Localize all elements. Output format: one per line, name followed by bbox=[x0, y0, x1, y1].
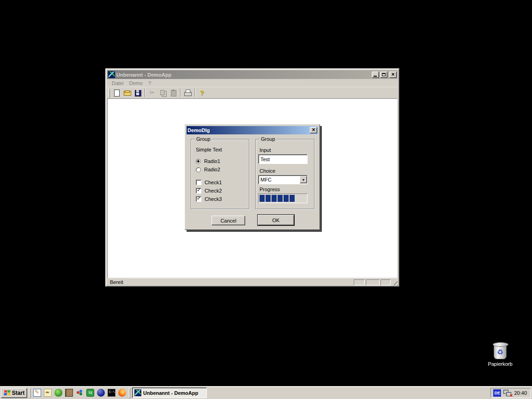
command-prompt-icon[interactable] bbox=[108, 389, 115, 397]
resize-grip[interactable] bbox=[392, 279, 398, 285]
task-button-label: Unbenannt - DemoApp bbox=[143, 390, 198, 396]
start-button[interactable]: Start bbox=[1, 388, 27, 398]
combo-dropdown-button[interactable]: ▼ bbox=[300, 176, 307, 183]
recycle-bin[interactable]: ♻ Papierkorb bbox=[485, 344, 515, 367]
help-question-icon bbox=[198, 89, 206, 97]
toolbar-save-floppy-button[interactable] bbox=[133, 88, 143, 98]
new-document-icon bbox=[113, 89, 121, 97]
maximize-icon bbox=[382, 73, 386, 76]
checkbox-icon bbox=[196, 196, 201, 202]
start-label: Start bbox=[12, 390, 24, 396]
minimize-icon bbox=[374, 76, 377, 77]
toolbar-separator bbox=[180, 89, 181, 97]
blue-globe-icon[interactable] bbox=[97, 389, 105, 397]
menu-item-demo[interactable]: Demo bbox=[127, 80, 145, 86]
radio-icon bbox=[196, 167, 201, 172]
menu-item-help[interactable]: ? bbox=[145, 80, 154, 86]
input-field[interactable]: Test bbox=[258, 154, 308, 164]
ok-button[interactable]: OK bbox=[258, 215, 294, 225]
checkbox-icon bbox=[196, 180, 201, 185]
progress-segment bbox=[284, 195, 289, 202]
radio-icon bbox=[196, 159, 201, 164]
taskbar: Start Unbenannt - DemoApp DE × 20:40 bbox=[0, 386, 532, 399]
language-indicator[interactable]: DE bbox=[493, 389, 501, 397]
status-bar: Bereit bbox=[107, 278, 398, 286]
menu-bar: DateiDemo? bbox=[107, 79, 398, 87]
cancel-button[interactable]: Cancel bbox=[212, 216, 245, 225]
save-floppy-icon bbox=[134, 89, 142, 97]
toolbar-copy-pages-button[interactable] bbox=[157, 88, 168, 98]
taskbar-divider bbox=[29, 388, 30, 398]
combo-value: MFC bbox=[260, 177, 272, 182]
toolbar-separator bbox=[145, 89, 145, 97]
group-box-left: Group Simple Text Radio1Radio2 Check1Che… bbox=[191, 139, 249, 209]
checkbox-label: Check2 bbox=[205, 188, 222, 193]
choice-label: Choice bbox=[260, 168, 275, 174]
simple-text-label: Simple Text bbox=[196, 147, 222, 152]
copy-pages-icon bbox=[159, 89, 167, 97]
toolbar-paste-clipboard-button[interactable] bbox=[168, 88, 179, 98]
green-creature-icon[interactable] bbox=[54, 389, 62, 397]
checkbox-check2[interactable]: Check2 bbox=[196, 187, 222, 195]
dialog-titlebar[interactable]: DemoDlg × bbox=[187, 126, 318, 134]
toolbar-help-question-button[interactable] bbox=[197, 88, 207, 98]
tray-clock: 20:40 bbox=[514, 390, 527, 396]
system-tray: DE × 20:40 bbox=[490, 388, 531, 398]
radio-radio1[interactable]: Radio1 bbox=[196, 157, 220, 165]
network-error-icon: × bbox=[510, 393, 513, 398]
group-box-right: Group Input Test Choice MFC ▼ Progress bbox=[255, 139, 314, 209]
address-book-icon[interactable] bbox=[65, 389, 73, 397]
recycle-symbol-icon: ♻ bbox=[497, 349, 503, 356]
toolbar-cut-scissors-button[interactable] bbox=[147, 88, 157, 98]
checkbox-check3[interactable]: Check3 bbox=[196, 195, 222, 203]
radio-label: Radio2 bbox=[204, 167, 220, 172]
cut-scissors-icon bbox=[148, 89, 156, 97]
app-title: Unbenannt - DemoApp bbox=[116, 72, 370, 78]
toolbar bbox=[107, 87, 398, 98]
colorful-logo-icon[interactable] bbox=[76, 389, 84, 397]
taskbar-divider bbox=[129, 388, 130, 398]
open-folder-icon bbox=[123, 89, 131, 97]
checkbox-group: Check1Check2Check3 bbox=[196, 178, 222, 203]
paste-clipboard-icon bbox=[169, 89, 177, 97]
menu-item-datei[interactable]: Datei bbox=[109, 80, 127, 86]
app-titlebar[interactable]: Unbenannt - DemoApp × bbox=[107, 70, 398, 79]
group-caption: Group bbox=[260, 136, 277, 142]
toolbar-separator bbox=[194, 89, 195, 97]
app-icon bbox=[108, 71, 115, 78]
progress-segment bbox=[260, 195, 265, 202]
choice-combobox[interactable]: MFC ▼ bbox=[258, 175, 308, 184]
radio-label: Radio1 bbox=[204, 158, 220, 164]
input-value: Test bbox=[260, 157, 270, 162]
network-status-icon[interactable]: × bbox=[503, 389, 512, 397]
maximize-button[interactable] bbox=[380, 72, 387, 78]
toolbar-print-printer-button[interactable] bbox=[182, 88, 193, 98]
dialog-title: DemoDlg bbox=[187, 127, 308, 133]
toolbar-grip[interactable] bbox=[109, 88, 110, 97]
window-controls: × bbox=[372, 72, 397, 78]
checkbox-check1[interactable]: Check1 bbox=[196, 178, 222, 187]
radio-radio2[interactable]: Radio2 bbox=[196, 165, 220, 174]
checkbox-label: Check1 bbox=[205, 180, 222, 185]
progress-bar bbox=[258, 193, 308, 203]
minimize-button[interactable] bbox=[372, 72, 379, 78]
firefox-icon[interactable] bbox=[118, 389, 126, 397]
tz-monitor-icon[interactable] bbox=[86, 389, 94, 397]
status-pane bbox=[366, 279, 380, 285]
status-text: Bereit bbox=[110, 279, 123, 285]
desktop: { "desktop": { "recycle_bin_label": "Pap… bbox=[0, 0, 532, 399]
close-icon: × bbox=[391, 72, 394, 77]
quick-launch-bar bbox=[32, 389, 127, 397]
toolbar-new-document-button[interactable] bbox=[111, 88, 122, 98]
radio-group: Radio1Radio2 bbox=[196, 157, 220, 174]
dialog-close-button[interactable]: × bbox=[310, 127, 317, 133]
progress-label: Progress bbox=[260, 187, 280, 192]
toolbar-open-folder-button[interactable] bbox=[122, 88, 133, 98]
notepad-pen-icon[interactable] bbox=[33, 389, 41, 397]
writing-hand-icon[interactable] bbox=[44, 389, 52, 397]
taskbar-app-button[interactable]: Unbenannt - DemoApp bbox=[132, 387, 207, 398]
input-label: Input bbox=[260, 147, 271, 153]
status-pane bbox=[381, 279, 391, 285]
close-button[interactable]: × bbox=[389, 72, 397, 78]
demo-dialog: DemoDlg × Group Simple Text Radio1Radio2… bbox=[185, 124, 320, 230]
